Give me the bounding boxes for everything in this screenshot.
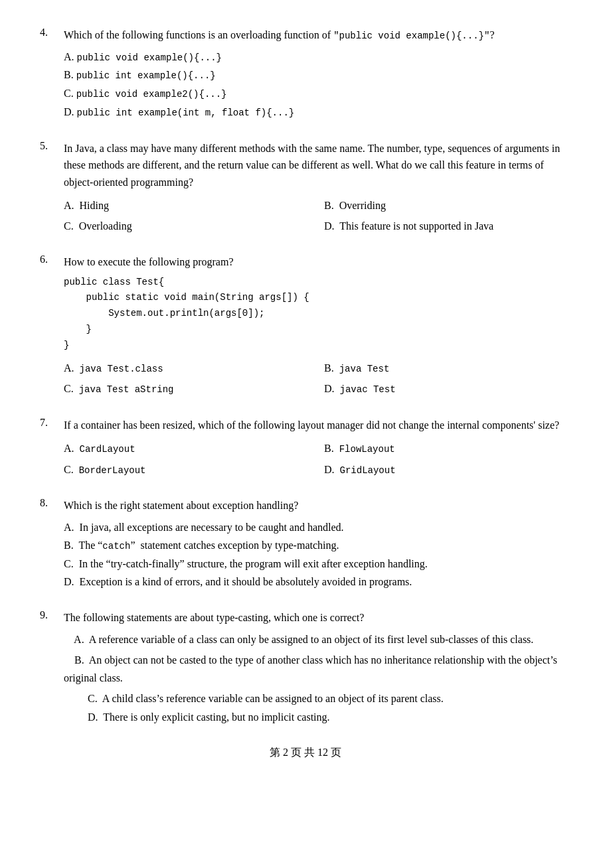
question-4-option-d: D. public int example(int m, float f){..… (64, 103, 571, 121)
question-9-option-c: C. A child class’s reference variable ca… (88, 689, 571, 707)
question-6-code: public class Test{ public static void ma… (64, 275, 571, 354)
question-8-option-d: D. Exception is a kind of errors, and it… (64, 573, 571, 591)
question-9-number: 9. (40, 609, 64, 621)
question-4-option-c: C. public void example2(){...} (64, 84, 571, 103)
question-9: 9. The following statements are about ty… (40, 609, 571, 726)
page-footer: 第 2 页 共 12 页 (40, 746, 571, 760)
question-5-options: A. Hiding B. Overriding C. Overloading D… (64, 196, 571, 235)
question-8-text: Which is the right statement about excep… (64, 497, 571, 514)
question-7-option-a: A. CardLayout (64, 439, 311, 458)
question-7-option-b: B. FlowLayout (324, 439, 571, 458)
question-7-text: If a container has been resized, which o… (64, 417, 571, 434)
question-4: 4. Which of the following functions is a… (40, 27, 571, 121)
question-6-options: A. java Test.class B. java Test C. java … (64, 359, 571, 399)
option-label: A. (64, 51, 74, 62)
option-label: C. (64, 88, 74, 99)
question-5: 5. In Java, a class may have many differ… (40, 140, 571, 235)
question-7: 7. If a container has been resized, whic… (40, 417, 571, 478)
question-5-option-b: B. Overriding (324, 196, 571, 214)
question-7-number: 7. (40, 417, 64, 429)
question-8-number: 8. (40, 497, 64, 509)
question-5-number: 5. (40, 140, 64, 152)
question-7-option-d: D. GridLayout (324, 461, 571, 479)
option-c-code: public void example2(){...} (76, 89, 227, 100)
question-4-code: "public void example(){...}" (333, 31, 489, 41)
question-7-option-c: C. BorderLayout (64, 461, 311, 479)
option-b-code: public int example(){...} (76, 70, 216, 81)
question-6-option-a: A. java Test.class (64, 359, 311, 378)
question-4-text: Which of the following functions is an o… (64, 27, 571, 44)
question-5-text: In Java, a class may have many different… (64, 140, 571, 191)
question-8-option-a: A. In java, all exceptions are necessary… (64, 518, 571, 536)
question-9-options: A. A reference variable of a class can o… (64, 630, 571, 726)
question-6: 6. How to execute the following program?… (40, 253, 571, 398)
question-6-option-d: D. javac Test (324, 380, 571, 398)
question-4-option-b: B. public int example(){...} (64, 66, 571, 84)
question-8: 8. Which is the right statement about ex… (40, 497, 571, 591)
question-8-option-b: B. The “catch” statement catches excepti… (64, 536, 571, 555)
question-9-text: The following statements are about type-… (64, 609, 571, 626)
question-9-option-a: A. A reference variable of a class can o… (64, 630, 571, 648)
option-d-code: public int example(int m, float f){...} (77, 108, 295, 118)
question-9-option-d: D. There is only explicit casting, but n… (88, 708, 571, 726)
question-5-option-d: D. This feature is not supported in Java (324, 217, 571, 235)
option-label: B. (64, 69, 74, 80)
question-8-option-c: C. In the “try-catch-finally” structure,… (64, 555, 571, 573)
question-6-text: How to execute the following program? (64, 253, 571, 271)
question-5-option-c: C. Overloading (64, 217, 311, 235)
option-label: D. (64, 106, 74, 117)
option-a-code: public void example(){...} (77, 52, 222, 63)
page-number: 第 2 页 共 12 页 (270, 747, 341, 758)
question-4-options: A. public void example(){...} B. public … (64, 48, 571, 121)
question-5-option-a: A. Hiding (64, 196, 311, 214)
question-9-option-b: B. An object can not be casted to the ty… (64, 651, 571, 687)
question-6-option-b: B. java Test (324, 359, 571, 378)
question-7-options: A. CardLayout B. FlowLayout C. BorderLay… (64, 439, 571, 479)
question-6-option-c: C. java Test aString (64, 380, 311, 398)
question-4-option-a: A. public void example(){...} (64, 48, 571, 66)
question-8-options: A. In java, all exceptions are necessary… (64, 518, 571, 591)
question-4-number: 4. (40, 27, 64, 38)
question-6-number: 6. (40, 253, 64, 265)
